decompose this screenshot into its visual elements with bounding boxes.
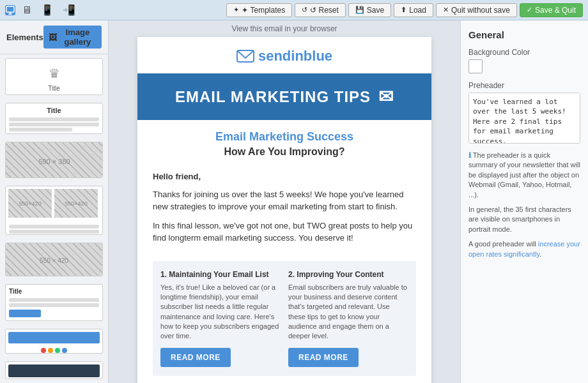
two-col-wrapper: 1. Maintaining Your Email List Yes, it's… xyxy=(137,261,431,384)
col2-title: 2. Improving Your Content xyxy=(288,270,408,279)
col1-body: Yes, it's true! Like a beloved car (or a… xyxy=(160,283,281,342)
block-icon: ♛ xyxy=(9,62,99,85)
device-desktop-btn[interactable]: 🖥 xyxy=(19,3,35,17)
nav-placeholder xyxy=(8,332,100,343)
dot-yellow xyxy=(48,348,53,353)
panel-title: General xyxy=(468,29,580,40)
text-only-btn xyxy=(9,310,41,317)
sidebar-block-nav[interactable] xyxy=(5,329,103,354)
templates-button[interactable]: ✦ ✦ Templates xyxy=(226,3,292,17)
load-label: Load xyxy=(409,6,426,15)
email-body: Hello friend, Thanks for joining us over… xyxy=(137,163,431,261)
text-only-line-2 xyxy=(9,303,99,307)
logo-svg xyxy=(236,47,254,65)
info-text-3-prefix: A good preheader will xyxy=(468,240,538,248)
read-more-btn-1[interactable]: READ MORE xyxy=(160,348,231,367)
logo-text: sendinblue xyxy=(258,48,332,64)
column-1: 1. Maintaining Your Email List Yes, it's… xyxy=(160,270,281,367)
image-gallery-button[interactable]: 🖼 Image gallery xyxy=(43,26,102,49)
preheader-textarea[interactable]: You've learned a lot over the last 5 wee… xyxy=(468,93,580,144)
greeting-text: Hello friend, xyxy=(153,170,416,183)
sidebar-block-text[interactable]: Title xyxy=(5,103,103,134)
envelope-icon: ✉ xyxy=(378,86,394,107)
logo-container: sendinblue xyxy=(236,47,332,65)
sidebar-block-two-img[interactable]: 550×420 550×420 xyxy=(5,186,103,235)
sidebar-block-large-img[interactable]: 590 × 380 xyxy=(5,142,103,179)
sidebar-block-footer[interactable] xyxy=(5,361,103,379)
app-icon xyxy=(5,5,15,15)
column-2: 2. Improving Your Content Email subscrib… xyxy=(288,270,408,367)
main-title: Email Marketing Success xyxy=(150,130,419,144)
load-button[interactable]: ⬆ Load xyxy=(394,3,433,17)
load-icon: ⬆ xyxy=(401,6,406,14)
col2-body: Email subscribers are truly valuable to … xyxy=(288,283,408,342)
quit-button[interactable]: ✕ Quit without save xyxy=(436,3,517,17)
toolbar-left: 🖥 📱 📲 xyxy=(5,3,78,17)
save-quit-icon: ✓ xyxy=(527,6,532,14)
save-quit-button[interactable]: ✓ Save & Quit xyxy=(520,3,583,17)
reset-label: ↺ Reset xyxy=(310,6,339,15)
sidebar-block-icon[interactable]: ♛ Title xyxy=(5,58,103,95)
text-line-1 xyxy=(9,117,99,121)
device-tablet-btn[interactable]: 📱 xyxy=(38,3,56,17)
two-img-text-2 xyxy=(9,230,99,234)
two-col-container: 1. Maintaining Your Email List Yes, it's… xyxy=(153,261,416,376)
gallery-icon: 🖼 xyxy=(49,33,57,42)
paragraph-2: In this final lesson, we've got not one,… xyxy=(153,220,416,244)
canvas-area: View this email in your browser sendinbl… xyxy=(109,20,460,383)
sidebar: Elements 🖼 Image gallery ♛ Title Title xyxy=(0,20,109,383)
block-title: Title xyxy=(9,107,99,116)
save-quit-label: Save & Quit xyxy=(535,6,576,15)
read-more-label-2: READ MORE xyxy=(298,353,348,362)
save-button[interactable]: 💾 Save xyxy=(348,3,391,17)
bg-color-swatch[interactable] xyxy=(468,59,483,73)
email-subtitle-block: Email Marketing Success How Are You Impr… xyxy=(137,120,431,163)
small-image-2: 550×420 xyxy=(54,189,98,218)
email-canvas: sendinblue EMAIL MARKETING TIPS ✉ Email … xyxy=(137,37,431,383)
read-more-btn-2[interactable]: READ MORE xyxy=(288,348,359,367)
sidebar-header: Elements 🖼 Image gallery xyxy=(0,20,108,54)
templates-icon: ✦ xyxy=(233,6,239,14)
save-label: Save xyxy=(367,6,384,15)
small-image-1: 550×420 xyxy=(8,189,52,218)
text-only-line-1 xyxy=(9,298,99,302)
info-text-3-suffix: . xyxy=(539,250,541,258)
main-layout: Elements 🖼 Image gallery ♛ Title Title xyxy=(0,20,588,383)
header-text: EMAIL MARKETING TIPS xyxy=(175,88,371,106)
reset-icon: ↺ xyxy=(302,6,307,14)
canvas-top-bar: View this email in your browser xyxy=(109,20,460,37)
sidebar-block-text-only[interactable]: Title xyxy=(5,284,103,321)
block-title-text: Title xyxy=(9,85,99,94)
info-box-3: A good preheader will increase your open… xyxy=(468,239,580,259)
info-box-1: ℹ The preheader is a quick summary of yo… xyxy=(468,151,580,200)
svg-rect-0 xyxy=(6,6,14,12)
paragraph-1: Thanks for joining us over the last 5 we… xyxy=(153,188,416,213)
save-icon: 💾 xyxy=(355,6,364,14)
gallery-label: Image gallery xyxy=(59,27,97,47)
text-line-2 xyxy=(9,123,99,126)
quit-label: Quit without save xyxy=(451,6,510,15)
two-img-text-1 xyxy=(9,225,99,229)
toolbar-right: ✦ ✦ Templates ↺ ↺ Reset 💾 Save ⬆ Load ✕ … xyxy=(226,3,583,17)
preheader-label: Preheader xyxy=(468,81,580,90)
info-box-2: In general, the 35 first characters are … xyxy=(468,205,580,234)
large-image-placeholder: 590 × 380 xyxy=(6,142,103,179)
elements-title: Elements xyxy=(6,33,43,42)
footer-placeholder xyxy=(8,364,100,377)
right-panel: General Background Color Preheader You'v… xyxy=(460,20,588,383)
device-mobile-btn[interactable]: 📲 xyxy=(60,3,78,17)
sidebar-block-tall-img[interactable]: 550 × 420 xyxy=(5,243,103,276)
quit-icon: ✕ xyxy=(443,6,449,14)
col1-title: 1. Maintaining Your Email List xyxy=(160,270,281,279)
toolbar: 🖥 📱 📲 ✦ ✦ Templates ↺ ↺ Reset 💾 Save ⬆ L… xyxy=(0,0,588,20)
info-icon-1: ℹ xyxy=(468,151,471,159)
email-header-banner: EMAIL MARKETING TIPS ✉ xyxy=(137,73,431,120)
email-logo: sendinblue xyxy=(137,37,431,73)
dot-blue xyxy=(62,348,67,353)
tall-image-placeholder: 550 × 420 xyxy=(6,243,102,276)
info-text-1: The preheader is a quick summary of your… xyxy=(468,151,580,199)
dot-green xyxy=(55,348,60,353)
bg-color-label: Background Color xyxy=(468,48,580,57)
info-text-2: In general, the 35 first characters are … xyxy=(468,206,571,233)
reset-button[interactable]: ↺ ↺ Reset xyxy=(295,3,346,17)
